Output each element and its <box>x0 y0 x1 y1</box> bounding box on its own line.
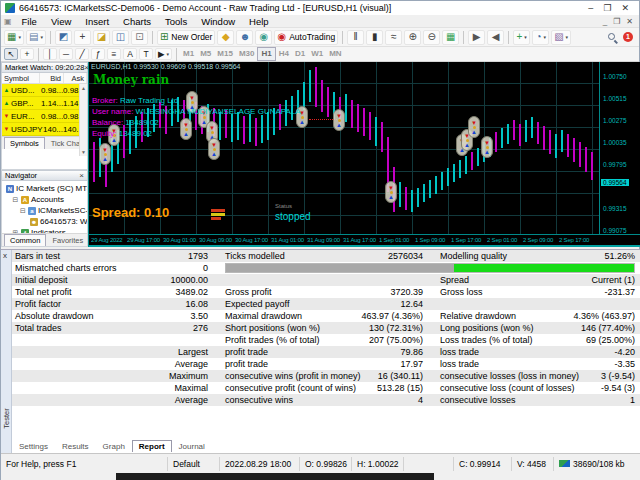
candlestick-button[interactable]: ▮ <box>366 30 383 45</box>
periods-button[interactable]: ◔▾ <box>532 30 549 45</box>
metaeditor-button[interactable]: ◆ <box>217 30 234 45</box>
line-chart-button[interactable]: ≈ <box>385 30 402 45</box>
navigator-close-icon[interactable]: × <box>79 171 84 180</box>
restore-button[interactable]: ❐ <box>603 1 611 15</box>
expert-advisors-button[interactable]: ☻ <box>236 30 253 45</box>
tester-close-icon[interactable]: x <box>3 251 7 260</box>
tester-tab-graph[interactable]: Graph <box>96 440 132 452</box>
tester-tab-report[interactable]: Report <box>132 440 172 452</box>
trendline-tool[interactable]: ╱ <box>75 48 89 60</box>
trade-marker[interactable]: ▼▲ <box>481 136 493 158</box>
column-header-bid[interactable]: Bid <box>40 73 64 83</box>
timeframe-w1[interactable]: W1 <box>308 48 326 60</box>
time-axis: 29 Aug 202229 Aug 17:0030 Aug 01:0030 Au… <box>89 234 640 245</box>
zoom-in-button[interactable]: ⊕ <box>404 30 421 45</box>
bid-cell: 1.14... <box>41 99 63 108</box>
chart-scroll-strip[interactable] <box>89 245 640 247</box>
navigator-item-user[interactable]: ☻66416573: WIJ <box>2 216 87 227</box>
market-watch-button[interactable]: ◩ <box>55 30 72 45</box>
arrow-up-icon: ▲ <box>2 87 11 93</box>
timeframe-d1[interactable]: D1 <box>292 48 308 60</box>
crosshair-tool[interactable]: + <box>20 48 34 60</box>
templates-button[interactable]: ▧▾ <box>551 30 571 45</box>
market-watch-row[interactable]: ▲GBP...1.14...1.14... <box>2 97 87 110</box>
column-header-symbol[interactable]: Symbol <box>2 73 40 83</box>
tester-tab-settings[interactable]: Settings <box>12 440 55 452</box>
tile-windows-button[interactable]: ▦ <box>442 30 459 45</box>
bar-chart-button[interactable]: ‖ <box>347 30 364 45</box>
trade-marker[interactable]: ▼▲ <box>208 138 220 160</box>
trade-marker[interactable]: ▼▲ <box>180 118 192 140</box>
community-button[interactable]: ◉ <box>255 30 272 45</box>
menu-tools[interactable]: Tools <box>158 15 194 28</box>
tester-tab-results[interactable]: Results <box>55 440 96 452</box>
indicators-button[interactable]: +▾ <box>513 30 530 45</box>
navigator-button[interactable]: ◪ <box>93 30 110 45</box>
new-order-button[interactable]: ⊞New Order <box>157 30 215 45</box>
cursor-tool[interactable]: ↖ <box>4 48 18 60</box>
zoom-out-button[interactable]: ⊖ <box>423 30 440 45</box>
chart-shift-button[interactable]: ◀ <box>487 30 504 45</box>
timeframe-mn[interactable]: MN <box>326 48 344 60</box>
autotrading-button[interactable]: ◉AutoTrading <box>274 30 338 45</box>
menu-insert[interactable]: Insert <box>78 15 116 28</box>
scroll-down-icon[interactable]: ▼ <box>81 149 86 155</box>
navigator-item-accounts[interactable]: ⊟AAccounts <box>2 194 87 205</box>
trade-marker[interactable]: ▼▲ <box>385 181 397 203</box>
tab-symbols[interactable]: Symbols <box>4 137 45 149</box>
text-tool[interactable]: A <box>123 48 137 60</box>
trade-marker[interactable]: ▼▲ <box>333 109 345 131</box>
terminal-button[interactable]: ◫ <box>112 30 129 45</box>
new-chart-button[interactable]: ▦▾ <box>4 30 24 45</box>
menu-file[interactable]: File <box>15 15 44 28</box>
strategy-tester-button[interactable]: ⊡ <box>131 30 148 45</box>
profiles-button[interactable]: ▤▾ <box>26 30 46 45</box>
data-window-button[interactable]: + <box>74 30 91 45</box>
child-close-button[interactable]: ✕ <box>626 17 633 26</box>
search-icon[interactable] <box>607 32 618 43</box>
timeframe-m1[interactable]: M1 <box>180 48 197 60</box>
trade-marker[interactable]: ▼▲ <box>468 116 480 138</box>
terminal-button-icon: ◫ <box>116 32 125 42</box>
tab-favorites[interactable]: Favorites <box>46 234 89 246</box>
trade-marker[interactable]: ▼▲ <box>99 143 111 165</box>
hline-tool[interactable]: ─ <box>59 48 73 60</box>
market-watch-row[interactable]: ▲USD...0.98...0.98... <box>2 84 87 97</box>
timeframe-h4[interactable]: H4 <box>276 48 292 60</box>
tab-common[interactable]: Common <box>4 234 46 246</box>
navigator-item-account[interactable]: ⊟aICMarketsSC-Den <box>2 205 87 216</box>
report-value-1: Maximal <box>112 382 208 394</box>
child-restore-button[interactable]: ❐ <box>613 17 620 26</box>
price-bar <box>525 120 527 142</box>
auto-scroll-button[interactable]: ▶ <box>468 30 485 45</box>
child-minimize-button[interactable]: _ <box>603 17 607 26</box>
menu-help[interactable]: Help <box>242 15 276 28</box>
vline-tool[interactable]: │ <box>43 48 57 60</box>
menu-charts[interactable]: Charts <box>116 15 158 28</box>
market-watch-row[interactable]: ▼EUR...0.98...0.98... <box>2 110 87 123</box>
scroll-up-icon[interactable]: ▲ <box>81 85 86 91</box>
chart-area[interactable]: ▼▲▼▲▼▲▼▲▼▲▼▲▼▲▼▲▼▲▼▲▼▲▼▲▼▲▼▲ EURUSD,H1 0… <box>88 62 640 247</box>
channel-tool[interactable]: ≡ <box>107 48 121 60</box>
market-watch-row[interactable]: ▼USDJPY140...140... <box>2 123 87 136</box>
minimize-button[interactable]: – <box>588 1 593 15</box>
notifications-badge[interactable]: 1 <box>623 32 633 42</box>
menu-window[interactable]: Window <box>194 15 242 28</box>
menu-view[interactable]: View <box>44 15 78 28</box>
navigator-item-server[interactable]: NIC Markets (SC) MT4 <box>2 183 87 194</box>
market-watch-scrollbar[interactable]: ▲▼ <box>79 84 87 156</box>
expand-icon[interactable]: ⊟ <box>20 207 26 215</box>
column-header-ask[interactable]: Ask <box>64 73 87 83</box>
timeframe-m5[interactable]: M5 <box>197 48 214 60</box>
tester-tab-journal[interactable]: Journal <box>172 440 212 452</box>
shapes-tool[interactable]: ▶▾ <box>155 48 172 60</box>
timeframe-h1[interactable]: H1 <box>257 47 275 61</box>
expand-icon[interactable]: ⊟ <box>12 196 19 204</box>
label-tool[interactable]: T <box>139 48 153 60</box>
timeframe-m30[interactable]: M30 <box>236 48 258 60</box>
close-button[interactable]: ✕ <box>621 1 629 15</box>
tester-side-label: Tester <box>2 399 11 439</box>
price-bar <box>375 117 377 146</box>
timeframe-m15[interactable]: M15 <box>214 48 236 60</box>
fibonacci-tool[interactable]: ƒ <box>91 48 105 60</box>
